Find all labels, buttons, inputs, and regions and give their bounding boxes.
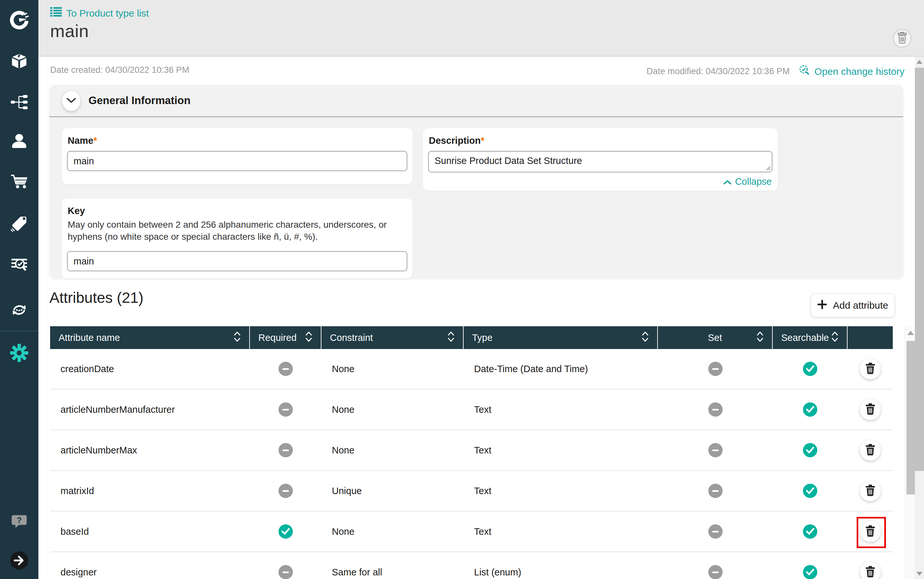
table-row[interactable]: designer Same for all List (enum): [50, 552, 893, 579]
column-header-set[interactable]: Set: [658, 326, 773, 349]
trash-icon: [865, 403, 875, 416]
flow-structure-icon: [10, 93, 28, 113]
general-information-panel: General Information Name* Description* S…: [49, 85, 903, 278]
sort-icon: [234, 331, 241, 345]
back-to-product-type-list-link[interactable]: To Product type list: [50, 7, 149, 19]
sync-icon: [10, 301, 28, 321]
chevron-down-icon: [66, 98, 76, 105]
minus-icon: [708, 484, 723, 498]
column-header-constraint[interactable]: Constraint: [321, 326, 464, 349]
delete-attribute-button[interactable]: [860, 521, 881, 542]
minus-icon: [708, 362, 723, 376]
check-icon: [803, 484, 817, 498]
sort-icon: [756, 331, 764, 345]
delete-attribute-button[interactable]: [860, 481, 881, 501]
constraint-cell: Unique: [321, 471, 464, 511]
sidebar-item-orders[interactable]: [10, 173, 28, 193]
actions-cell: [847, 390, 893, 429]
check-icon: [803, 565, 817, 579]
sidebar-item-settings[interactable]: [10, 343, 29, 364]
delete-product-type-button[interactable]: [893, 29, 911, 47]
delete-attribute-button[interactable]: [860, 562, 881, 579]
type-cell: Text: [464, 512, 658, 551]
description-field-card: Description* Sunrise Product Data Set St…: [423, 128, 778, 191]
column-header-attribute-name[interactable]: Attribute name: [50, 326, 250, 349]
main-content: Date created: 04/30/2022 10:36 PM Date m…: [38, 57, 924, 579]
help-button[interactable]: ?: [10, 513, 28, 532]
trash-icon: [865, 566, 875, 579]
history-search-icon: [799, 64, 810, 79]
column-header-searchable[interactable]: Searchable: [773, 326, 847, 349]
gear-icon: [10, 343, 29, 364]
sidebar-item-customers[interactable]: [10, 131, 28, 151]
logo-icon: [10, 11, 29, 31]
scroll-up-arrow[interactable]: [908, 331, 914, 335]
collapse-panel-button[interactable]: [62, 90, 81, 111]
column-header-actions: [847, 326, 893, 349]
searchable-cell: [773, 552, 847, 579]
collapse-description-link[interactable]: Collapse: [723, 176, 772, 187]
actions-cell: [847, 349, 893, 389]
table-row[interactable]: articleNumberManufacturer None Text: [50, 390, 893, 430]
page-header: To Product type list main: [38, 0, 924, 57]
sort-icon: [642, 331, 649, 345]
trash-icon: [865, 444, 875, 457]
column-header-type[interactable]: Type: [464, 326, 658, 349]
sidebar-item-audit[interactable]: [10, 255, 28, 275]
name-field-card: Name*: [62, 128, 412, 184]
delete-attribute-button[interactable]: [860, 440, 881, 461]
required-cell: [250, 552, 321, 579]
attribute-name-cell: articleNumberManufacturer: [50, 390, 250, 429]
plus-icon: [817, 299, 827, 312]
table-row[interactable]: baseId None Text: [50, 512, 893, 552]
table-row[interactable]: matrixId Unique Text: [50, 471, 893, 512]
set-cell: [658, 390, 773, 429]
history-link-label: Open change history: [814, 66, 904, 77]
sidebar-item-discounts[interactable]: [10, 214, 28, 234]
sidebar-item-products[interactable]: [10, 52, 28, 72]
description-textarea[interactable]: Sunrise Product Data Set Structure: [428, 151, 772, 172]
trash-icon: [897, 32, 908, 45]
minus-icon: [278, 484, 293, 498]
table-row[interactable]: articleNumberMax None Text: [50, 430, 893, 471]
scroll-up-arrow[interactable]: [916, 60, 922, 64]
constraint-cell: None: [321, 430, 464, 470]
expand-sidebar-button[interactable]: [10, 551, 29, 571]
page-scrollbar[interactable]: [915, 57, 924, 579]
column-header-required[interactable]: Required: [250, 326, 321, 349]
attributes-table: Attribute name Required Constraint Type …: [50, 326, 893, 579]
actions-cell: [847, 430, 893, 470]
table-row[interactable]: creationDate None Date-Time (Date and Ti…: [50, 349, 893, 390]
sidebar-item-operations[interactable]: [10, 301, 28, 321]
searchable-cell: [773, 512, 847, 551]
name-input[interactable]: [67, 151, 407, 171]
minus-icon: [278, 362, 293, 376]
actions-cell: [847, 512, 893, 551]
sidebar-item-product-types[interactable]: [10, 93, 28, 113]
sort-icon: [305, 331, 312, 345]
delete-attribute-button[interactable]: [860, 358, 881, 379]
arrow-right-icon: [10, 551, 29, 571]
table-scrollbar-thumb[interactable]: [906, 341, 915, 494]
package-icon: [10, 52, 28, 72]
search-check-icon: [10, 255, 28, 275]
app-logo[interactable]: [10, 11, 29, 31]
open-change-history-link[interactable]: Open change history: [799, 64, 904, 79]
page-scrollbar-thumb[interactable]: [915, 68, 924, 471]
type-cell: Text: [464, 471, 658, 511]
scroll-down-arrow[interactable]: [916, 572, 922, 576]
required-mark: *: [481, 135, 484, 146]
sidebar: ?: [0, 0, 38, 579]
check-icon: [803, 362, 817, 376]
attribute-name-cell: designer: [50, 552, 250, 579]
general-information-heading: General Information: [88, 94, 191, 107]
key-input[interactable]: [67, 251, 407, 271]
sort-icon: [447, 331, 455, 345]
tag-icon: [10, 214, 28, 234]
key-field-card: Key May only contain between 2 and 256 a…: [62, 198, 412, 278]
cart-icon: [10, 173, 28, 193]
minus-icon: [708, 443, 723, 457]
delete-attribute-button[interactable]: [860, 399, 881, 420]
add-attribute-button[interactable]: Add attribute: [811, 294, 895, 317]
constraint-cell: None: [321, 349, 464, 389]
